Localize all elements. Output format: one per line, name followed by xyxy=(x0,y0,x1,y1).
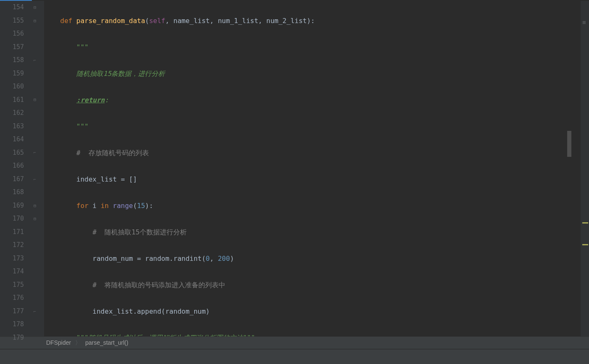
line-number: 157 xyxy=(0,41,24,54)
line-number: 164 xyxy=(0,133,24,146)
code-line: """ xyxy=(44,41,581,54)
line-number: 169 xyxy=(0,199,24,213)
line-number: 179 xyxy=(0,331,24,345)
line-number: 154 xyxy=(0,1,24,14)
marker-stripe[interactable]: ≡ xyxy=(581,1,589,336)
line-number: 168 xyxy=(0,186,24,199)
code-line: index_list.append(random_num) xyxy=(44,305,581,318)
code-line: random_num = random.randint(0, 200) xyxy=(44,252,581,265)
fold-end-icon[interactable]: ⌐ xyxy=(31,176,38,183)
code-editor[interactable]: 154 155 156 157 158 159 160 161 162 163 … xyxy=(0,1,589,336)
code-text-area[interactable]: def parse_random_data(self, name_list, n… xyxy=(44,1,581,336)
line-number: 165 xyxy=(0,146,24,160)
code-line: def parse_random_data(self, name_list, n… xyxy=(44,14,581,28)
code-line: index_list = [] xyxy=(44,173,581,186)
warning-marker[interactable] xyxy=(582,222,588,224)
breadcrumb-bar[interactable]: DFSpider 〉 parse_start_url() xyxy=(0,336,589,349)
code-line: """ xyxy=(44,120,581,133)
breadcrumb-method[interactable]: parse_start_url() xyxy=(85,336,128,350)
fold-end-icon[interactable]: ⌐ xyxy=(31,308,38,315)
code-line: # 将随机抽取的号码添加进入准备的列表中 xyxy=(44,278,581,292)
code-line: # 随机抽取15个数据进行分析 xyxy=(44,226,581,239)
hamburger-icon[interactable]: ≡ xyxy=(582,16,587,29)
line-number: 172 xyxy=(0,239,24,252)
code-line: :return: xyxy=(44,94,581,107)
code-line: for i in range(15): xyxy=(44,199,581,213)
line-number: 162 xyxy=(0,107,24,120)
tool-window-bar[interactable] xyxy=(0,349,589,364)
line-number-gutter: 154 155 156 157 158 159 160 161 162 163 … xyxy=(0,1,31,336)
vertical-scrollbar[interactable] xyxy=(567,131,571,157)
code-line: """随机号码生成以后，调用解析生成四张分析图的方法""" xyxy=(44,331,581,337)
fold-end-icon[interactable]: ⌐ xyxy=(31,57,38,64)
fold-gutter: ⊟ ⊟ ⌐ ⊟ ⌐ ⌐ ⊟ ⊟ ⌐ xyxy=(31,1,44,336)
line-number: 176 xyxy=(0,291,24,305)
line-number: 160 xyxy=(0,80,24,94)
warning-marker[interactable] xyxy=(582,244,588,245)
fold-minus-icon[interactable]: ⊟ xyxy=(31,203,38,209)
chevron-right-icon: 〉 xyxy=(75,336,81,350)
breadcrumb-class[interactable]: DFSpider xyxy=(46,336,71,350)
fold-minus-icon[interactable]: ⊟ xyxy=(31,18,38,24)
line-number: 163 xyxy=(0,120,24,133)
line-number: 156 xyxy=(0,27,24,41)
fold-minus-icon[interactable]: ⊟ xyxy=(31,96,38,103)
line-number: 177 xyxy=(0,305,24,318)
line-number: 171 xyxy=(0,226,24,239)
line-number: 173 xyxy=(0,252,24,265)
line-number: 174 xyxy=(0,265,24,278)
code-line: # 存放随机号码的列表 xyxy=(44,146,581,160)
line-number: 155 xyxy=(0,14,24,28)
line-number: 161 xyxy=(0,94,24,107)
line-number: 167 xyxy=(0,173,24,186)
line-number: 158 xyxy=(0,54,24,67)
fold-minus-icon[interactable]: ⊟ xyxy=(31,4,38,11)
code-line: 随机抽取15条数据，进行分析 xyxy=(44,67,581,81)
line-number: 175 xyxy=(0,278,24,292)
fold-end-icon[interactable]: ⌐ xyxy=(31,149,38,156)
line-number: 170 xyxy=(0,212,24,226)
line-number: 178 xyxy=(0,318,24,331)
line-number: 159 xyxy=(0,67,24,81)
line-number: 166 xyxy=(0,159,24,173)
fold-minus-icon[interactable]: ⊟ xyxy=(31,216,38,222)
